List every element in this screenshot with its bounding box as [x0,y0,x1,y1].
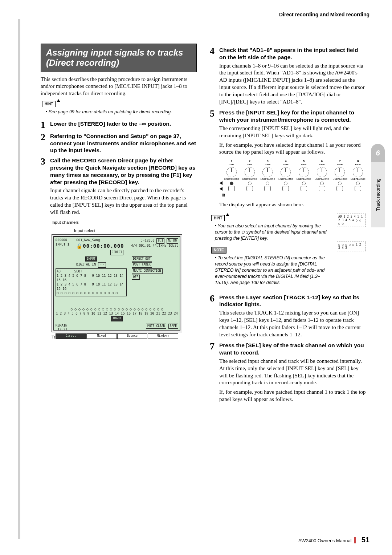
input-sel-led [284,182,287,185]
knob-number: 5 [303,159,305,163]
side-accent-bar [18,19,20,539]
gain-knob-icon [245,167,255,177]
input-jack-icon [246,186,253,191]
step-5-body1: The corresponding [INPUT SEL] key will l… [219,125,366,139]
knob-range-labels: LINEPEAKMIC [260,178,275,181]
lcd-slot: SLOT [74,270,82,273]
input-jack-icon [319,186,325,191]
lcd-multi-conn: MULTI CONNECTION [132,268,163,274]
step-3-body: Input channel signals can be directly pa… [50,187,197,216]
input-jack-icon [301,186,307,191]
gain-knob-icon [317,167,327,177]
chapter-number: 6 [376,149,380,157]
step-7: 7 Press the [SEL] key of the track chann… [210,342,366,356]
knob-unit-1: 1GAINLINEPEAKMIC [224,159,240,191]
knob-number: 6 [321,159,322,163]
hint-arrow-icon [226,213,229,216]
gain-knob-icon [353,167,363,177]
chapter-tab-body: Track recording [371,162,385,227]
knob-number: 3 [267,159,268,163]
lcd-track-label: TRACK [111,316,123,321]
gain-label: GAIN [247,163,252,166]
lcd-tempo: J=120.0 [141,239,155,242]
knob-unit-3: 3GAINLINEPEAKMIC [260,159,276,191]
header-rule [41,19,369,19]
lcd-ad: AD [57,270,61,273]
step-heading: Press the Layer section [TRACK 1-12] key… [219,294,366,308]
lcd-frame: RECORDINPUT 1 001_New_Song 🔒00:00:00.000… [52,234,182,332]
arrow-down-icon [220,187,222,191]
breadcrumb: Direct recording and Mixed recording [279,12,369,17]
input-jack-icon [282,186,289,191]
lcd-ad-section: AD SLOT 1 2 3 4 5 6 7 8 | 9 10 11 12 13 … [56,268,127,296]
step-heading: Press the [INPUT SEL] key for the input … [219,109,366,123]
knob-range-labels: LINEPEAKMIC [332,178,347,181]
lcd-tab-mixed: Mixed [86,333,117,339]
gain-knob-icon [262,167,273,177]
lcd-direct-out: DIRECT OUT [132,256,152,262]
lcd-title: RECORD [56,238,68,242]
step-heading: Check that "AD1–8" appears in the input … [219,46,366,61]
knob-range-labels: LINEPEAKMIC [297,178,311,181]
step-heading: Lower the [STEREO] fader to the –∞ posit… [50,120,171,130]
step-2: 2 Referring to "Connection and Setup" on… [41,133,197,154]
hint-block-1: HINT [42,100,197,108]
step-number: 6 [210,294,219,308]
hint-text-2: • You can also select an input channel b… [215,223,329,242]
lit-caption: lit [222,193,366,198]
knob-unit-7: 7GAINLINEPEAKMIC [332,159,348,191]
step-6-body: This selects the TRACK 1-12 mixing layer… [219,309,366,338]
gain-label: GAIN [355,163,361,166]
gain-knob-icon [281,167,291,177]
footer-manual: AW2400 Owner's Manual [298,538,352,543]
step-5: 5 Press the [INPUT SEL] key for the inpu… [210,109,366,123]
page-footer: AW2400 Owner's Manual 51 [298,536,369,544]
knob-unit-5: 5GAINLINEPEAKMIC [296,159,312,191]
input-jack-icon [355,186,361,191]
lcd-tab-direct: Direct [56,333,86,339]
lcd-remain: REMAIN [56,324,68,327]
step-heading: Press the [SEL] key of the track channel… [219,342,366,356]
step-number: 2 [41,133,50,154]
step-number: 3 [41,157,50,186]
gain-knob-icon [335,167,345,177]
hint-badge: HINT [211,215,225,221]
lcd-meter: 8.1 [156,238,164,244]
right-column: 4 Check that "AD1–8" appears in the inpu… [210,44,366,407]
step-4-body: Input channels 1–8 or 9–16 can be select… [219,62,366,106]
step-number: 4 [210,46,219,61]
gain-label: GAIN [301,163,306,166]
chapter-tab-cap: 6 [371,144,385,162]
left-column: Assigning input signals to tracks (Direc… [41,44,197,407]
chapter-label: Track recording [375,178,381,211]
page: Direct recording and Mixed recording 6 T… [0,0,392,555]
step-5-body3: The display will appear as shown here. [219,201,366,208]
knob-range-labels: LINEPEAKMIC [278,178,293,181]
step-7-body1: The selected input channel and track wil… [219,358,366,386]
content-columns: Assigning input signals to tracks (Direc… [41,44,369,407]
callout-input-select: Input select [74,228,197,234]
gain-label: GAIN [265,163,270,166]
knob-number: 1 [231,159,232,163]
note-block-1: NOTE [211,246,329,254]
chapter-tab: 6 Track recording [371,144,385,227]
step-number: 7 [210,342,219,356]
section-heading: Assigning input signals to tracks (Direc… [41,44,197,72]
knob-number: 4 [285,159,286,163]
input-jack-icon [336,186,343,191]
hint-block-2: HINT [211,214,329,222]
step-6: 6 Press the Layer section [TRACK 1-12] k… [210,294,366,308]
knob-unit-2: 2GAINLINEPEAKMIC [242,159,258,191]
lcd-post-fader: POST FADER [132,262,152,268]
knob-number: 2 [249,159,250,163]
lcd-tabs: Direct Mixed Bounce Mixdown [56,333,178,339]
step-3: 3 Call the RECORD screen Direct page by … [41,157,197,186]
step-1: 1 Lower the [STEREO] fader to the –∞ pos… [41,120,197,130]
hint-arrow-icon [57,99,60,102]
input-sel-led [338,182,342,185]
lcd-input-label: INPUT [85,256,97,262]
gain-label: GAIN [229,163,234,166]
lcd-nodq: No DQ [167,238,178,244]
hint-text-1: • See page 99 for more details on patchi… [46,109,197,115]
lcd-mute-clear: MUTE CLEAR [146,324,166,329]
